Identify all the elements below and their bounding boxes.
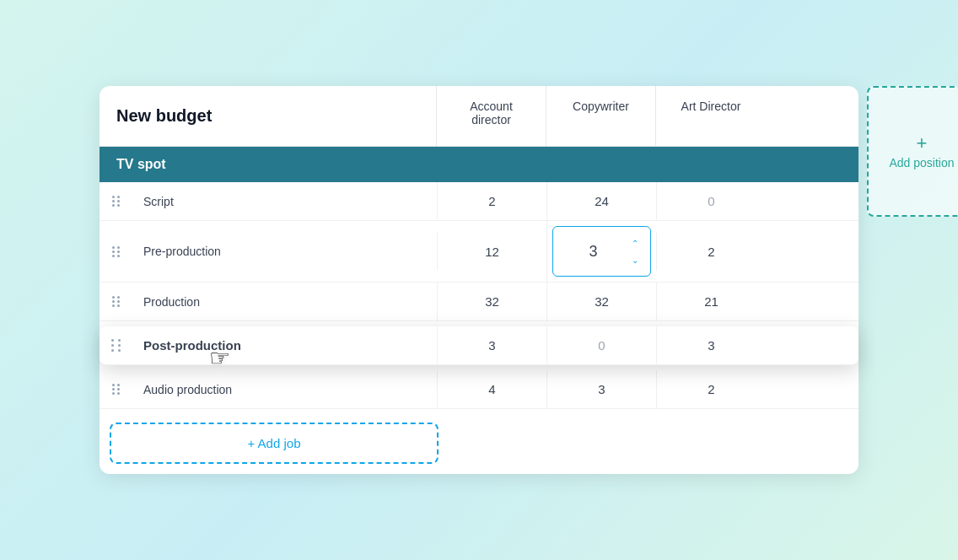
add-job-button[interactable]: + Add job (110, 423, 439, 464)
cell-postprod-account[interactable]: 3 (437, 326, 546, 364)
cell-preprod-account[interactable]: 12 (437, 233, 546, 271)
spinner-arrows: ⌃ ⌄ (627, 235, 643, 267)
section-title: TV spot (100, 147, 766, 182)
cell-postprod-copywriter[interactable]: 0 (546, 326, 656, 364)
row-label-preproduction: Pre-production (133, 233, 437, 270)
budget-table: + Add position New budget Accountdirecto… (100, 86, 858, 474)
cell-audio-copywriter[interactable]: 3 (546, 370, 656, 408)
drag-handle[interactable] (100, 246, 133, 257)
cell-script-copywriter[interactable]: 24 (546, 182, 656, 220)
add-job-area: + Add job (100, 409, 858, 464)
decrement-button[interactable]: ⌄ (627, 252, 643, 267)
increment-button[interactable]: ⌃ (627, 235, 643, 250)
cell-script-artdir[interactable]: 0 (656, 182, 766, 220)
add-position-plus-icon: + (917, 134, 928, 153)
header-row: New budget Accountdirector Copywriter Ar… (100, 86, 858, 147)
row-label-script: Script (133, 183, 437, 220)
col-copywriter: Copywriter (546, 86, 656, 146)
cell-audio-artdir[interactable]: 2 (656, 370, 766, 408)
table-title: New budget (100, 86, 437, 146)
table-row: Pre-production 12 3 ⌃ ⌄ ☞ 2 (100, 221, 858, 283)
cell-postprod-artdir[interactable]: 3 (656, 326, 766, 364)
cell-preprod-artdir[interactable]: 2 (656, 233, 766, 271)
add-position-button[interactable]: + Add position (867, 86, 958, 217)
drag-handle[interactable] (100, 296, 133, 307)
drag-handle[interactable] (100, 327, 133, 363)
section-header: TV spot (100, 147, 858, 182)
spinner-cell-copywriter[interactable]: 3 ⌃ ⌄ (552, 226, 651, 277)
row-label-audioproduction: Audio production (133, 371, 437, 408)
cell-prod-account[interactable]: 32 (437, 283, 546, 320)
table-row: Production 32 32 21 (100, 283, 858, 321)
cell-prod-artdir[interactable]: 21 (656, 283, 766, 320)
row-label-production: Production (133, 283, 437, 320)
cell-audio-account[interactable]: 4 (437, 370, 546, 408)
spinner-value: 3 (560, 243, 627, 261)
table-row: Audio production 4 3 2 (100, 370, 858, 409)
add-position-label: Add position (889, 156, 954, 170)
col-account-director: Accountdirector (437, 86, 546, 146)
table-row: Script 2 24 0 (100, 182, 858, 221)
cell-prod-copywriter[interactable]: 32 (546, 283, 656, 320)
drag-handle[interactable] (100, 196, 133, 207)
row-label-postproduction: Post-production (133, 326, 437, 364)
table-row-postproduction: Post-production 3 0 3 (100, 326, 858, 365)
col-art-director: Art Director (656, 86, 766, 146)
drag-handle[interactable] (100, 384, 133, 395)
cell-script-account[interactable]: 2 (437, 182, 546, 220)
